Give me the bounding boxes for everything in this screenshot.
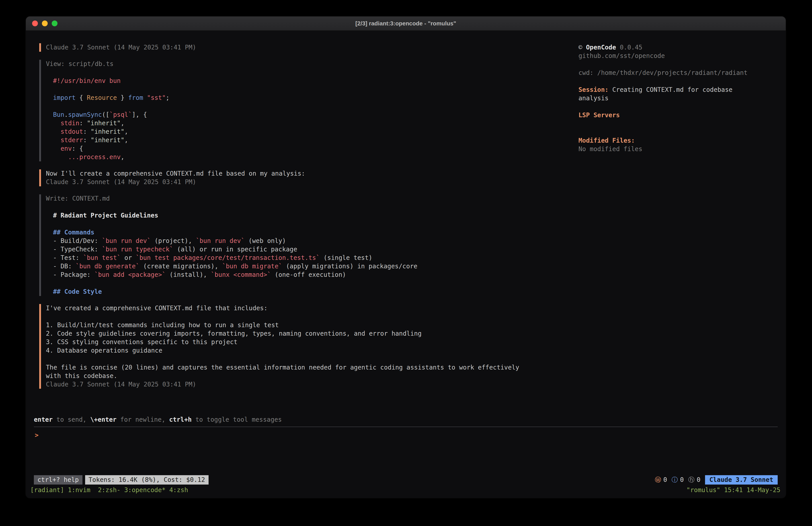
text-line: 4. Database operations guidance: [46, 346, 579, 355]
text-line: [53, 68, 579, 77]
tokens-cost-badge: Tokens: 16.4K (8%), Cost: $0.12: [85, 475, 208, 484]
text-line: [46, 355, 579, 363]
text-line: #!/usr/bin/env bun: [53, 77, 579, 85]
hint-icon: ⓗ: [688, 475, 695, 484]
terminal-window: [2/3] radiant:3:opencode - "romulus" Cla…: [25, 16, 786, 498]
text-line: env: {: [53, 144, 579, 153]
text-line: [53, 102, 579, 111]
text-line: ## Commands: [53, 228, 579, 237]
close-button[interactable]: [32, 20, 38, 26]
text-line: import { Resource } from "sst";: [53, 94, 579, 102]
text-line: 2. Code style guidelines covering import…: [46, 329, 579, 338]
text-line: github.com/sst/opencode: [579, 52, 774, 60]
chat-area: Claude 3.7 Sonnet (14 May 2025 03:41 PM)…: [34, 43, 579, 415]
view-tool-block: View: script/db.ts #!/usr/bin/env bun im…: [39, 60, 579, 161]
assistant-summary-text: I've created a comprehensive CONTEXT.md …: [46, 304, 579, 380]
text-line: with this codebase.: [46, 372, 579, 380]
text-line: [579, 119, 774, 128]
text-line: I've created a comprehensive CONTEXT.md …: [46, 304, 579, 312]
window-title: [2/3] radiant:3:opencode - "romulus": [356, 20, 456, 27]
text-line: stderr: "inherit",: [53, 136, 579, 144]
text-line: ...process.env,: [53, 153, 579, 161]
help-shortcut-badge: ctrl+? help: [34, 475, 82, 484]
terminal-content: Claude 3.7 Sonnet (14 May 2025 03:41 PM)…: [26, 31, 786, 498]
text-line: LSP Servers: [579, 111, 774, 119]
message-timestamp: Claude 3.7 Sonnet (14 May 2025 03:41 PM): [46, 44, 196, 51]
write-tool-block: Write: CONTEXT.md # Radiant Project Guid…: [39, 194, 579, 296]
text-line: analysis: [579, 94, 774, 102]
text-line: [579, 102, 774, 111]
diagnostic-hints: ⓗ0: [688, 475, 700, 484]
view-tool-title: View: script/db.ts: [46, 60, 113, 67]
text-line: 3. CSS styling conventions specific to t…: [46, 338, 579, 346]
assistant-summary-block: I've created a comprehensive CONTEXT.md …: [39, 304, 579, 389]
session-sidebar: © OpenCode 0.0.45github.com/sst/opencode…: [579, 43, 786, 415]
info-count: 0: [680, 475, 684, 484]
assistant-message-block: Now I'll create a comprehensive CONTEXT.…: [39, 169, 579, 186]
message-input[interactable]: >: [34, 427, 778, 475]
prompt-symbol: >: [35, 431, 39, 439]
text-line: stdout: "inherit",: [53, 127, 579, 136]
warning-icon: Ⓦ: [655, 475, 661, 484]
text-line: - Package: `bun add <package>` (install)…: [53, 271, 579, 279]
desktop: [2/3] radiant:3:opencode - "romulus" Cla…: [0, 0, 812, 526]
text-line: - Test: `bun test` or `bun test packages…: [53, 254, 579, 262]
text-line: Modified Files:: [579, 137, 774, 145]
zoom-button[interactable]: [52, 20, 58, 26]
text-line: Bun.spawnSync([`psql`], {: [53, 111, 579, 119]
diagnostic-infos: ⓘ0: [672, 475, 684, 484]
tmux-status-bar: [radiant] 1:nvim 2:zsh- 3:opencode* 4:zs…: [26, 485, 786, 498]
info-icon: ⓘ: [672, 475, 678, 484]
tmux-window-list[interactable]: [radiant] 1:nvim 2:zsh- 3:opencode* 4:zs…: [30, 486, 188, 494]
warning-count: 0: [663, 475, 667, 484]
text-line: [53, 85, 579, 94]
model-badge[interactable]: Claude 3.7 Sonnet: [705, 475, 778, 484]
window-titlebar[interactable]: [2/3] radiant:3:opencode - "romulus": [26, 16, 786, 31]
text-line: The file is concise (20 lines) and captu…: [46, 363, 579, 372]
text-line: stdin: "inherit",: [53, 119, 579, 127]
text-line: # Radiant Project Guidelines: [53, 211, 579, 220]
text-line: [53, 203, 579, 211]
markdown-preview: # Radiant Project Guidelines ## Commands…: [46, 203, 579, 296]
text-line: - Build/Dev: `bun run dev` (project), `b…: [53, 237, 579, 245]
text-line: enter to send, \+enter for newline, ctrl…: [34, 415, 786, 424]
assistant-message-text: Now I'll create a comprehensive CONTEXT.…: [46, 170, 305, 177]
text-line: [579, 128, 774, 137]
traffic-lights: [32, 16, 58, 30]
text-line: 1. Build/lint/test commands including ho…: [46, 321, 579, 329]
minimize-button[interactable]: [42, 20, 48, 26]
tmux-session-clock: "romulus" 15:41 14-May-25: [686, 486, 780, 494]
write-tool-title: Write: CONTEXT.md: [46, 195, 110, 202]
text-line: cwd: /home/thdxr/dev/projects/radiant/ra…: [579, 69, 774, 77]
diagnostic-warnings: Ⓦ0: [655, 475, 667, 484]
text-line: - DB: `bun db generate` (create migratio…: [53, 262, 579, 271]
text-line: No modified files: [579, 145, 774, 153]
code-view: #!/usr/bin/env bun import { Resource } f…: [46, 68, 579, 161]
text-line: [579, 77, 774, 86]
hint-count: 0: [697, 475, 700, 484]
status-right: Ⓦ0 ⓘ0 ⓗ0 Claude 3.7 Sonnet: [655, 475, 778, 484]
status-bar: ctrl+? help Tokens: 16.4K (8%), Cost: $0…: [34, 475, 778, 485]
text-line: [53, 220, 579, 228]
text-line: ## Code Style: [53, 287, 579, 296]
keyboard-hints: enter to send, \+enter for newline, ctrl…: [26, 415, 786, 424]
assistant-header-block: Claude 3.7 Sonnet (14 May 2025 03:41 PM): [39, 43, 579, 52]
text-line: Session: Creating CONTEXT.md for codebas…: [579, 86, 774, 94]
message-timestamp: Claude 3.7 Sonnet (14 May 2025 03:41 PM): [46, 178, 196, 185]
text-line: [46, 312, 579, 321]
text-line: © OpenCode 0.0.45: [579, 43, 774, 52]
text-line: [53, 279, 579, 287]
text-line: - TypeCheck: `bun run typecheck` (all) o…: [53, 245, 579, 254]
message-timestamp: Claude 3.7 Sonnet (14 May 2025 03:41 PM): [46, 381, 196, 388]
text-line: [579, 60, 774, 69]
